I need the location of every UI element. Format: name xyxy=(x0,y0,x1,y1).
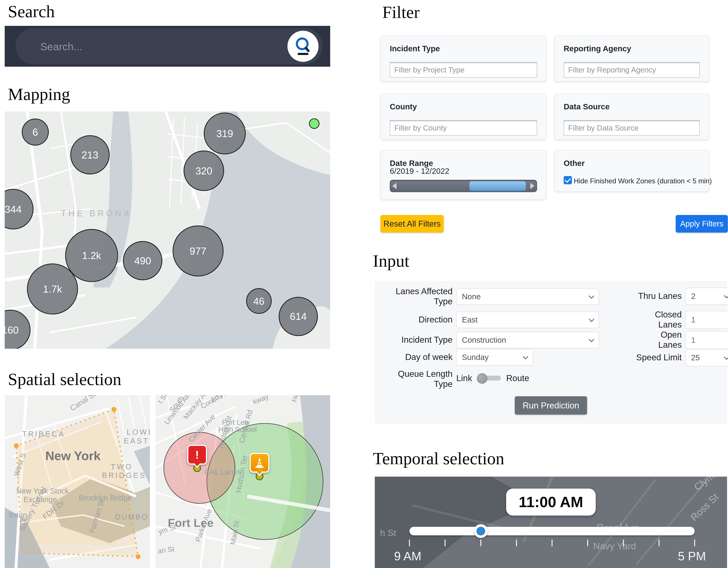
chevron-down-icon xyxy=(724,354,728,360)
polygon-vertex-handle[interactable] xyxy=(111,407,116,412)
county-filter-input[interactable] xyxy=(390,120,537,136)
map-cluster[interactable]: 46 xyxy=(246,288,272,314)
data-source-filter-input[interactable] xyxy=(564,120,700,136)
time-slider-track[interactable] xyxy=(409,527,695,535)
search-button[interactable] xyxy=(287,31,319,62)
select-value: East xyxy=(462,315,587,324)
input-section-title: Input xyxy=(373,251,409,271)
closed-lanes-input[interactable]: 1 xyxy=(685,311,728,329)
direction-select[interactable]: East xyxy=(456,311,599,328)
slider-right-arrow-icon[interactable] xyxy=(530,183,534,189)
map-cluster[interactable]: 6 xyxy=(22,119,49,145)
filter-label: County xyxy=(390,102,417,111)
chevron-down-icon xyxy=(589,336,594,342)
checkbox-label: Hide Finished Work Zones (duration < 5 m… xyxy=(574,177,712,185)
time-slider-thumb[interactable] xyxy=(474,524,488,538)
polygon-vertex-handle[interactable] xyxy=(14,443,19,448)
queue-length-type-toggle[interactable] xyxy=(477,373,501,383)
field-label-speed-limit: Speed Limit xyxy=(635,349,682,365)
map-cluster[interactable]: 1.7k xyxy=(27,264,78,314)
map-label: LOWER xyxy=(127,428,150,436)
filter-label: Data Source xyxy=(564,102,610,111)
incident-type-select[interactable]: Construction xyxy=(456,332,599,348)
date-range-slider[interactable] xyxy=(390,180,537,192)
map-label: TWO xyxy=(111,463,133,471)
filter-card-reporting-agency: Reporting Agency xyxy=(554,36,709,82)
input-panel: Lanes Affected Type None Direction East … xyxy=(375,281,727,424)
apply-filters-button[interactable]: Apply Filters xyxy=(676,215,728,233)
select-value: Sunday xyxy=(462,353,521,362)
spatial-section-title: Spatial selection xyxy=(8,369,121,389)
filter-label: Date Range xyxy=(390,159,433,168)
map-label: New York xyxy=(45,449,101,463)
map-label: Clym xyxy=(692,477,716,493)
exclamation-icon: ! xyxy=(195,448,199,461)
run-prediction-button[interactable]: Run Prediction xyxy=(515,396,587,415)
reset-all-filters-button[interactable]: Reset All Filters xyxy=(380,215,444,233)
spatial-map-radius[interactable]: t StSouth StLinwood AveMackay AveCoolidg… xyxy=(156,395,330,568)
slider-end-label: 5 PM xyxy=(678,549,706,563)
temporal-map-panel[interactable]: ClymRoss StBrooklynNavy Yardh St 11:00 A… xyxy=(375,477,727,568)
map-cluster[interactable]: 490 xyxy=(123,241,162,280)
check-icon xyxy=(565,177,571,183)
search-field[interactable] xyxy=(16,28,323,64)
map-label: CAL Lanes xyxy=(204,468,241,476)
speed-limit-select[interactable]: 25 xyxy=(685,349,728,366)
field-label-lanes-affected-type: Lanes Affected Type xyxy=(385,288,453,304)
lanes-affected-type-select[interactable]: None xyxy=(456,288,599,305)
slider-tick xyxy=(587,540,588,546)
day-of-week-select[interactable]: Sunday xyxy=(456,349,533,365)
field-label-queue-length-type: Queue Length Type xyxy=(385,368,453,389)
cluster-map[interactable]: THE BRONX 62133193203441.2k4909771.7k461… xyxy=(5,111,330,349)
search-input[interactable] xyxy=(40,28,256,65)
time-slider-ticks xyxy=(409,540,695,546)
field-label-closed-lanes: Closed Lanes xyxy=(635,311,682,328)
slider-tick xyxy=(694,540,695,546)
map-cluster[interactable]: 319 xyxy=(204,113,246,154)
search-bar xyxy=(5,26,330,67)
hide-finished-checkbox[interactable] xyxy=(564,176,572,184)
date-range-value: 6/2019 - 12/2022 xyxy=(390,167,449,176)
filter-label: Incident Type xyxy=(390,44,440,53)
filter-section-title: Filter xyxy=(382,2,420,22)
filter-card-county: County xyxy=(380,94,546,140)
reporting-agency-filter-input[interactable] xyxy=(564,62,700,78)
toggle-option-link[interactable]: Link xyxy=(456,373,472,383)
slider-left-arrow-icon[interactable] xyxy=(392,183,397,189)
map-cluster[interactable]: 213 xyxy=(70,135,109,174)
incident-pin[interactable]: ! xyxy=(187,445,207,465)
map-label: EAST SID xyxy=(124,437,150,445)
chevron-down-icon xyxy=(589,316,594,322)
map-cluster[interactable]: 320 xyxy=(184,151,224,191)
filter-label: Other xyxy=(564,159,585,168)
polygon-vertex-handle[interactable] xyxy=(136,554,141,559)
map-label: DUMBO xyxy=(115,513,149,521)
slider-tick xyxy=(480,540,481,546)
mapping-section-title: Mapping xyxy=(8,84,70,104)
incident-type-filter-input[interactable] xyxy=(390,62,537,78)
svg-text:THE BRONX: THE BRONX xyxy=(61,209,131,218)
workzone-pin[interactable] xyxy=(250,453,269,473)
toggle-option-route[interactable]: Route xyxy=(506,373,529,383)
map-cluster[interactable]: 977 xyxy=(173,226,224,277)
chevron-down-icon xyxy=(589,293,594,299)
field-label-incident-type: Incident Type xyxy=(385,332,453,347)
spatial-map-polygon[interactable]: Canal StTRIBECALOWEREAST SIDNew YorkTWOB… xyxy=(5,395,150,568)
input-value: 1 xyxy=(691,315,728,324)
traffic-cone-icon xyxy=(253,456,266,470)
slider-tick xyxy=(552,540,553,546)
field-label-open-lanes: Open Lanes xyxy=(635,331,682,348)
open-lanes-input[interactable]: 1 xyxy=(685,331,728,349)
time-tooltip: 11:00 AM xyxy=(506,489,596,516)
field-label-thru-lanes: Thru Lanes xyxy=(635,287,682,304)
map-status-dot xyxy=(309,118,319,129)
select-value: None xyxy=(462,292,587,301)
select-value: 2 xyxy=(691,292,722,301)
map-cluster[interactable]: 614 xyxy=(279,297,318,336)
date-range-slider-fill[interactable] xyxy=(469,181,526,191)
slider-start-label: 9 AM xyxy=(394,549,421,563)
chevron-down-icon xyxy=(523,354,528,359)
slider-tick xyxy=(658,540,659,546)
thru-lanes-select[interactable]: 2 xyxy=(685,287,728,305)
toggle-knob[interactable] xyxy=(477,373,487,384)
